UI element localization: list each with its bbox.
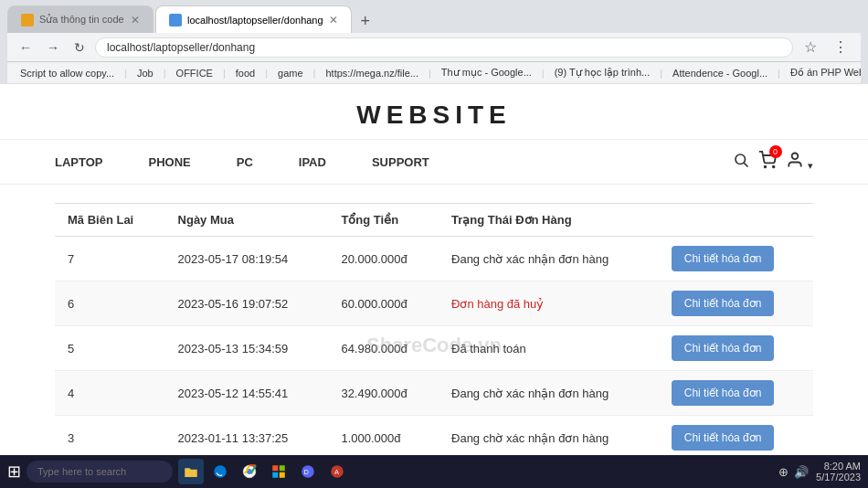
volume-icon: 🔊 [794,465,809,479]
forward-button[interactable]: → [42,38,64,57]
header-row: Mã Biên Lai Ngày Mua Tổng Tiền Trạng Thá… [55,204,813,237]
tab-close-1[interactable]: ✕ [131,14,140,27]
nav-support[interactable]: SUPPORT [372,155,429,169]
taskbar-clock: 8:20 AM 5/17/2023 [816,461,861,483]
col-header-id: Mã Biên Lai [55,204,165,237]
cell-date: 2023-05-13 15:34:59 [165,326,329,371]
table-row: 32023-01-11 13:37:251.000.000đĐang chờ x… [55,416,813,461]
sep5: | [313,68,316,79]
taskbar-discord[interactable]: D [295,459,321,484]
sep6: | [429,68,431,79]
bookmark-job[interactable]: Job [132,66,159,80]
user-button[interactable]: ▾ [786,151,813,173]
cart-badge: 0 [769,145,782,158]
cell-total: 20.000.000đ [328,237,439,281]
cell-status: Đang chờ xác nhận đơn hàng [439,416,659,461]
taskbar-search[interactable] [26,461,173,483]
bookmark-script[interactable]: Script to allow copy... [15,66,120,80]
bookmark-office[interactable]: OFFICE [171,66,218,80]
cell-action: Chi tiết hóa đơn [659,237,813,281]
cell-total: 60.000.000đ [328,281,439,326]
taskbar-edge[interactable] [207,459,233,484]
bookmark-tu-hoc[interactable]: (9) Tự học lập trình... [549,65,656,80]
table-row: 72023-05-17 08:19:5420.000.000đĐang chờ … [55,237,813,281]
sep1: | [124,68,127,79]
tab-label-2: localhost/laptopseller/donhang [187,15,323,26]
table-row: 62023-05-16 19:07:5260.000.000đĐơn hàng … [55,281,813,326]
sep2: | [164,68,166,79]
tab-favicon-1 [21,14,34,27]
detail-button[interactable]: Chi tiết hóa đơn [672,335,775,361]
address-bar[interactable] [95,37,793,58]
tab-inactive[interactable]: Sửa thông tin code ✕ [7,5,153,33]
new-tab-button[interactable]: + [354,9,378,33]
cell-total: 64.980.000đ [328,326,439,371]
sep4: | [265,68,268,79]
red-app-icon: A [329,463,345,480]
cart-button[interactable]: 0 [758,151,777,173]
search-icon [733,152,749,168]
nav-laptop[interactable]: LAPTOP [55,155,103,169]
nav-pc[interactable]: PC [237,155,253,169]
sep9: | [778,68,780,79]
detail-button[interactable]: Chi tiết hóa đơn [672,425,775,451]
bookmark-star[interactable]: ☆ [799,37,822,58]
taskbar-app-red[interactable]: A [324,459,350,484]
detail-button[interactable]: Chi tiết hóa đơn [672,380,775,406]
bookmark-game[interactable]: game [272,66,309,80]
cell-action: Chi tiết hóa đơn [659,371,813,416]
sep3: | [223,68,226,79]
bookmark-thu-muc[interactable]: Thư mục - Google... [436,65,537,80]
discord-icon: D [300,463,316,480]
taskbar-time-display: 8:20 AM [816,461,861,472]
table-row: 42023-05-12 14:55:4132.490.000đĐang chờ … [55,371,813,416]
cell-status: Đã thanh toán [439,326,659,371]
cell-id: 3 [55,416,165,461]
cell-status: Đang chờ xác nhận đơn hàng [439,237,659,281]
detail-button[interactable]: Chi tiết hóa đơn [672,291,775,316]
col-header-action [659,204,813,237]
user-icon [786,151,804,169]
search-button[interactable] [733,152,749,172]
address-bar-row: ← → ↻ ☆ ⋮ [7,33,861,62]
col-header-status: Trạng Thái Đơn Hàng [439,204,659,237]
taskbar-icons: D A [178,459,350,484]
orders-table: Mã Biên Lai Ngày Mua Tổng Tiền Trạng Thá… [55,203,813,488]
start-button[interactable]: ⊞ [7,461,21,482]
detail-button[interactable]: Chi tiết hóa đơn [672,246,775,271]
tab-close-2[interactable]: ✕ [329,14,338,27]
nav-ipad[interactable]: IPAD [299,155,326,169]
extensions-btn[interactable]: ⋮ [828,37,853,58]
col-header-date: Ngày Mua [165,204,329,237]
tab-active[interactable]: localhost/laptopseller/donhang ✕ [155,5,352,33]
cell-total: 32.490.000đ [328,371,439,416]
reload-button[interactable]: ↻ [69,38,90,57]
cell-action: Chi tiết hóa đơn [659,326,813,371]
col-header-total: Tổng Tiền [328,204,439,237]
bookmark-mega[interactable]: https://mega.nz/file... [320,66,424,80]
svg-rect-9 [280,465,285,471]
svg-point-3 [772,166,774,168]
nav-phone[interactable]: PHONE [149,155,191,169]
tab-label-1: Sửa thông tin code [39,14,124,26]
taskbar-file-explorer[interactable] [178,459,204,484]
cell-id: 7 [55,237,165,281]
cell-action: Chi tiết hóa đơn [659,416,813,461]
svg-text:D: D [304,468,310,476]
svg-point-0 [736,154,746,164]
cell-total: 1.000.000đ [328,416,439,461]
cell-id: 5 [55,326,165,371]
store-icon [270,463,287,480]
taskbar-chrome[interactable] [237,459,262,484]
cell-status: Đơn hàng đã huỷ [439,281,659,326]
bookmark-attendance[interactable]: Attendence - Googl... [667,66,773,80]
taskbar-system-icons: ⊕ 🔊 [778,465,809,479]
taskbar-store[interactable] [266,459,291,484]
taskbar-date-display: 5/17/2023 [816,472,861,483]
bookmark-food[interactable]: food [230,66,260,80]
user-arrow: ▾ [808,160,813,171]
bookmark-do-an[interactable]: Đồ án PHP Website... [785,65,861,80]
svg-rect-8 [272,465,278,471]
back-button[interactable]: ← [15,38,37,57]
tab-favicon-2 [169,14,182,27]
